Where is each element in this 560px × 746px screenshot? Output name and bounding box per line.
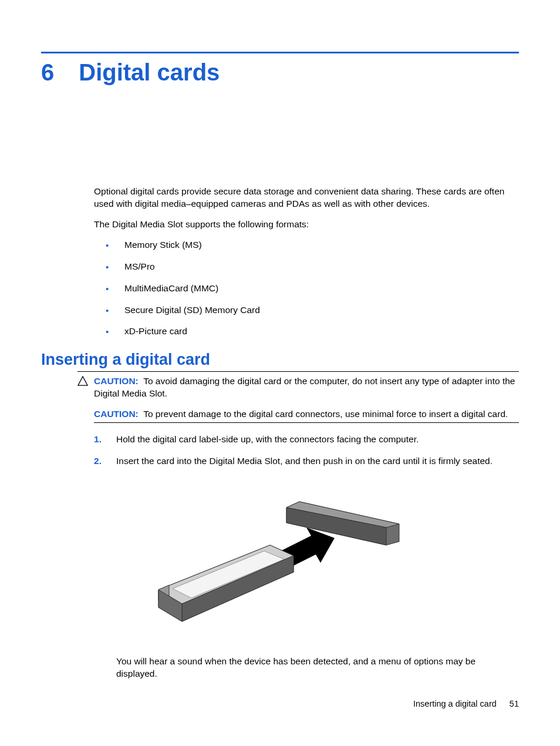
format-item: Secure Digital (SD) Memory Card [94, 304, 519, 317]
footer-page-number: 51 [510, 699, 519, 708]
chapter-title: Digital cards [79, 59, 220, 86]
illustration-wrap [141, 484, 519, 640]
chapter-heading: 6 Digital cards [41, 59, 519, 86]
page: 6 Digital cards Optional digital cards p… [0, 0, 560, 680]
caution-block-1: CAUTION: To avoid damaging the digital c… [77, 371, 519, 400]
page-footer: Inserting a digital card 51 [413, 699, 519, 708]
format-list: Memory Stick (MS) MS/Pro MultiMediaCard … [94, 239, 519, 338]
media-slot-shape [286, 502, 399, 545]
top-rule [41, 52, 519, 53]
caution-label: CAUTION: [94, 409, 139, 419]
caution-label: CAUTION: [94, 376, 139, 386]
format-item: Memory Stick (MS) [94, 239, 519, 251]
chapter-number: 6 [41, 59, 54, 86]
steps-list: Hold the digital card label-side up, wit… [94, 434, 519, 680]
sd-card-shape [158, 545, 294, 621]
format-item: MultiMediaCard (MMC) [94, 283, 519, 295]
sd-card-insert-illustration [141, 484, 414, 637]
caution-block-2: CAUTION: To prevent damage to the digita… [94, 408, 519, 423]
caution-1-body: To avoid damaging the digital card or th… [94, 376, 515, 398]
intro-block: Optional digital cards provide secure da… [94, 186, 519, 338]
step-2-text: Insert the card into the Digital Media S… [116, 456, 492, 466]
step-item: Insert the card into the Digital Media S… [94, 455, 519, 680]
svg-marker-0 [78, 377, 87, 385]
section-heading: Inserting a digital card [41, 351, 519, 369]
format-item: xD-Picture card [94, 325, 519, 338]
intro-paragraph-2: The Digital Media Slot supports the foll… [94, 219, 519, 231]
caution-1-text: CAUTION: To avoid damaging the digital c… [94, 375, 519, 400]
caution-icon [77, 376, 88, 387]
after-illustration-text: You will hear a sound when the device ha… [116, 656, 519, 680]
caution-2-body: To prevent damage to the digital card co… [143, 409, 508, 419]
format-item: MS/Pro [94, 261, 519, 273]
step-item: Hold the digital card label-side up, wit… [94, 434, 519, 446]
intro-paragraph-1: Optional digital cards provide secure da… [94, 186, 519, 210]
footer-section: Inserting a digital card [413, 699, 497, 708]
